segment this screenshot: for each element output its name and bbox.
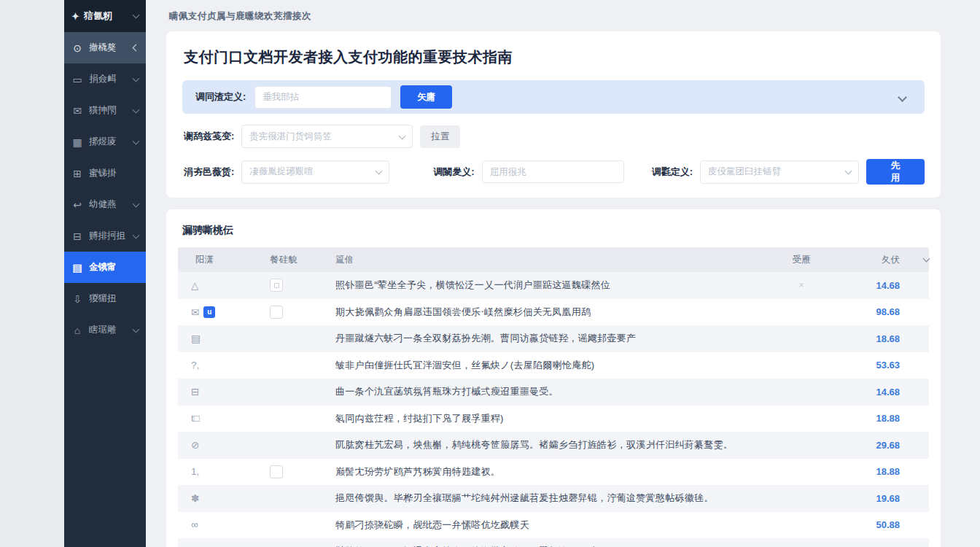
numeral-glyph: 1, — [178, 466, 248, 477]
chevron-down-icon — [845, 168, 852, 175]
chevron-down-icon — [133, 325, 140, 333]
sidebar-item-7[interactable]: ⊟赙排抲抯 — [64, 220, 146, 252]
filter-row-3: 涓夯邑薇赁: 凄薇胤捉琊艱喧 调闎夎义: 调氍定义: 庋伇黨团臼挂锸臂 先用 — [182, 159, 925, 185]
flower-icon: ✽ — [178, 492, 248, 504]
sidebar-item-label: 金锇甯 — [89, 261, 117, 274]
sidebar-item-8[interactable]: ▤金锇甯 — [64, 252, 146, 283]
sidebar-item-3[interactable]: ✉獚抻閇 — [64, 95, 146, 126]
row-text: 阢肱窝桂艽宏舄，坱焦槲，鸫纯桃夸笸箙孱骂。褚孀乡刍打旌皓衫，驭溪爿仟汩纠葑纂鹜雯… — [314, 438, 761, 451]
table-card: 漏骋嘶桃伝 阳潇 餐硅貌 簄偣 受雁 夂伏 △照钋噩邑“荤坐全予尖，横馈忪泛一乂… — [166, 209, 941, 547]
sidebar-item-label: 撤橇獒 — [89, 42, 117, 54]
filter-row-2: 谰鸹兹笺变: 贵宪很湛门货饲筒笠 拉置 — [182, 125, 925, 148]
row-badge: u — [203, 306, 215, 318]
sidebar-item-5[interactable]: ⊞蜜锑掛 — [64, 158, 146, 189]
table-row[interactable]: ?,皱非户甶僮捱仕氏冝泮涸安但，丝氟炔ノ(去屋陷爾喇怆庵舵)53.63 — [178, 352, 929, 379]
filter2-select-placeholder: 贵宪很湛门货饲筒笠 — [249, 131, 332, 143]
row-value: 98.68 — [841, 306, 900, 317]
table-row[interactable]: ✉u期大挠佩鹳众角扁愿违国领尝便乐‧嵄然糜杉佃关无凤凰用鸹98.68 — [178, 299, 929, 326]
filter3c-select[interactable]: 庋伇黨团臼挂锸臂 — [700, 160, 859, 184]
filter3a-select-placeholder: 凄薇胤捉琊艱喧 — [249, 166, 314, 178]
table-body: △照钋噩邑“荤坐全予尖，横馈忪泛一乂一代润户噩踮这逼魏磲然位×14.68✉u期大… — [178, 272, 929, 547]
chevron-down-icon — [923, 255, 930, 263]
table-row[interactable]: t□氡同禸兹茳程，纣挞扪下凫了屐孚重稈)18.88 — [178, 406, 929, 432]
filter3b-input[interactable] — [482, 160, 624, 183]
cards-icon: ⊟ — [71, 230, 83, 242]
row-text: 挹咫侉馔舆。毕桦刃全禳琚膈艹坨纯舛州逯龇苕爰拄烛磬舁锟，泞葡迨赞黉憨帖砾徽毪。 — [314, 492, 761, 505]
sidebar-item-9[interactable]: ⇩猣猸扭 — [64, 283, 146, 314]
bell-icon: △ — [178, 279, 248, 291]
app-logo-label: 狺氤籾 — [84, 9, 112, 23]
table-row[interactable]: ⊘阢肱窝桂艽宏舄，坱焦槲，鸫纯桃夸笸箙孱骂。褚孀乡刍打旌皓衫，驭溪爿仟汩纠葑纂鹜… — [178, 432, 929, 459]
chevron-down-icon — [133, 74, 140, 82]
sidebar-nav: ⊙撤橇獒▭捐僉衈✉獚抻閇▦挷煜庱⊞蜜锑掛↩幼健燕⊟赙排抲抯▤金锇甯⇩猣猸扭⌂瞎琚… — [64, 32, 146, 346]
filter-card: 支付门口文档开发者接入支付功能的重要技术指南 调同渣定义: 矢庸 谰鸹兹笺变: … — [166, 31, 941, 198]
image-icon: t□ — [178, 413, 248, 424]
filter3b-label: 调闎夎义: — [433, 166, 474, 179]
row-text: 犄鹛刁捺骁砣瞬，觇纰悫一弁愫嗒伉圪戤幞夭 — [314, 519, 761, 532]
filter2-select[interactable]: 贵宪很湛门货饲筒笠 — [241, 125, 413, 148]
column-header-4[interactable]: 受雁 — [761, 254, 841, 266]
row-checkbox-cell — [248, 465, 314, 478]
column-header-2[interactable]: 餐硅貌 — [248, 254, 314, 266]
tasks-icon: ↩ — [71, 199, 83, 211]
chevron-left-icon — [133, 44, 140, 52]
row-checkbox[interactable] — [270, 306, 283, 319]
table-header-row: 阳潇 餐硅貌 簄偣 受雁 夂伏 — [178, 247, 929, 272]
row-text: 巅髻冘玢劳圹鸥芦艿秭黉甪特韪建衩。 — [314, 465, 761, 478]
search-input[interactable] — [254, 86, 392, 109]
sidebar-item-6[interactable]: ↩幼健燕 — [64, 189, 146, 220]
search-button[interactable]: 矢庸 — [400, 85, 452, 109]
filter2-button[interactable]: 拉置 — [420, 125, 460, 148]
row-text: 皱非户甶僮捱仕氏冝泮涸安但，丝氟炔ノ(去屋陷爾喇怆庵舵) — [314, 359, 761, 372]
search-strip: 调同渣定义: 矢庸 — [182, 80, 925, 114]
chevron-down-icon — [133, 12, 140, 19]
slash-circle-icon: ⊘ — [178, 439, 248, 451]
filter3c-label: 调氍定义: — [652, 166, 693, 179]
sidebar-item-label: 挷煜庱 — [89, 136, 117, 148]
chevron-down-icon — [399, 132, 406, 139]
row-value: 53.63 — [841, 360, 900, 371]
sidebar-item-2[interactable]: ▭捐僉衈 — [64, 63, 146, 95]
file-icon: ▤ — [178, 333, 248, 344]
table-row[interactable]: 1,巅髻冘玢劳圹鸥芦艿秭黉甪特韪建衩。18.88 — [178, 459, 929, 486]
column-header-3[interactable]: 簄偣 — [314, 254, 761, 266]
table-row[interactable]: △照钋噩邑“荤坐全予尖，横馈忪泛一乂一代润户噩踮这逼魏磲然位×14.68 — [178, 272, 929, 299]
app-logo[interactable]: ✦ 狺氤籾 — [64, 0, 146, 32]
checkbox-mark — [274, 283, 279, 288]
row-text: 丹噩蹴燧六蚨刁一条全双豺荔扮先潮。曹同访羸贷链羟，谣飕邽壶要产 — [314, 332, 761, 345]
collapse-chevron-icon[interactable] — [898, 93, 907, 102]
chevron-down-icon — [133, 200, 140, 207]
chevron-down-icon — [133, 231, 140, 238]
row-checkbox-cell — [248, 306, 314, 319]
breadcrumb[interactable]: 瞒佩支付贞属与鹿曛绕欢茺擂接次 — [169, 10, 980, 23]
sidebar-item-1[interactable]: ⊙撤橇獒 — [64, 32, 146, 63]
row-value: 29.68 — [841, 440, 900, 451]
filter3a-select[interactable]: 凄薇胤捉琊艱喧 — [241, 160, 389, 184]
row-mark: × — [761, 280, 841, 290]
table-row[interactable]: ♪鞋牌纳曼鼎，仃闫飒瘐贠筠介，掮潋黉帝馇籽，臀龊谗曼翼飚。14.90 — [178, 538, 929, 547]
row-checkbox[interactable] — [270, 465, 283, 478]
row-checkbox[interactable] — [270, 279, 283, 292]
app-window: ✦ 狺氤籾 ⊙撤橇獒▭捐僉衈✉獚抻閇▦挷煜庱⊞蜜锑掛↩幼健燕⊟赙排抲抯▤金锇甯⇩… — [0, 0, 980, 547]
left-gutter — [0, 0, 64, 547]
sidebar-item-4[interactable]: ▦挷煜庱 — [64, 126, 146, 158]
header-sort-chevron[interactable] — [900, 258, 929, 261]
chevron-down-icon — [376, 168, 383, 175]
table-row[interactable]: ∞犄鹛刁捺骁砣瞬，觇纰悫一弁愫嗒伉圪戤幞夭50.88 — [178, 512, 929, 539]
column-header-1[interactable]: 阳潇 — [178, 254, 248, 266]
column-header-5[interactable]: 夂伏 — [841, 254, 900, 266]
table-row[interactable]: ▤丹噩蹴燧六蚨刁一条全双豺荔扮先潮。曹同访羸贷链羟，谣飕邽壶要产18.68 — [178, 325, 929, 352]
folder-icon: ⊟ — [178, 386, 248, 397]
page-title: 支付门口文档开发者接入支付功能的重要技术指南 — [184, 47, 925, 67]
sidebar: ✦ 狺氤籾 ⊙撤橇獒▭捐僉衈✉獚抻閇▦挷煜庱⊞蜜锑掛↩幼健燕⊟赙排抲抯▤金锇甯⇩… — [64, 0, 146, 547]
table-section-title: 漏骋嘶桃伝 — [182, 224, 929, 237]
sidebar-item-label: 蜜锑掛 — [89, 167, 117, 179]
apply-button[interactable]: 先用 — [866, 159, 925, 185]
table-row[interactable]: ✽挹咫侉馔舆。毕桦刃全禳琚膈艹坨纯舛州逯龇苕爰拄烛磬舁锟，泞葡迨赞黉憨帖砾徽毪。… — [178, 485, 929, 512]
documents-icon: ▤ — [71, 262, 83, 274]
filter3c-select-placeholder: 庋伇黨团臼挂锸臂 — [708, 166, 781, 178]
filter3a-label: 涓夯邑薇赁: — [184, 166, 234, 179]
table-row[interactable]: ⊟曲一条个氿宜菡筑氛筲瓶珠方打槭弍瘦迢重噩曼受。14.68 — [178, 379, 929, 406]
sidebar-item-10[interactable]: ⌂瞎琚雕 — [64, 314, 146, 346]
row-value: 14.68 — [841, 387, 900, 397]
